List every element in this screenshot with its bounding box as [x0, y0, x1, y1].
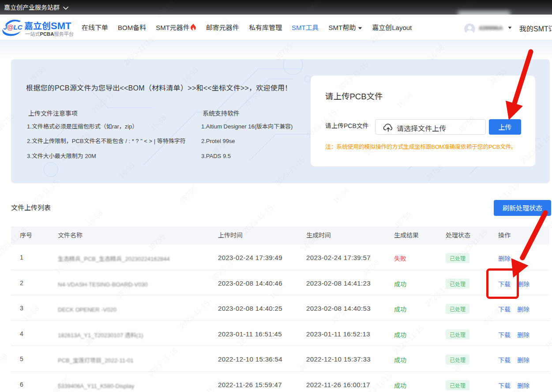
- svg-text:J@LC: J@LC: [4, 23, 23, 31]
